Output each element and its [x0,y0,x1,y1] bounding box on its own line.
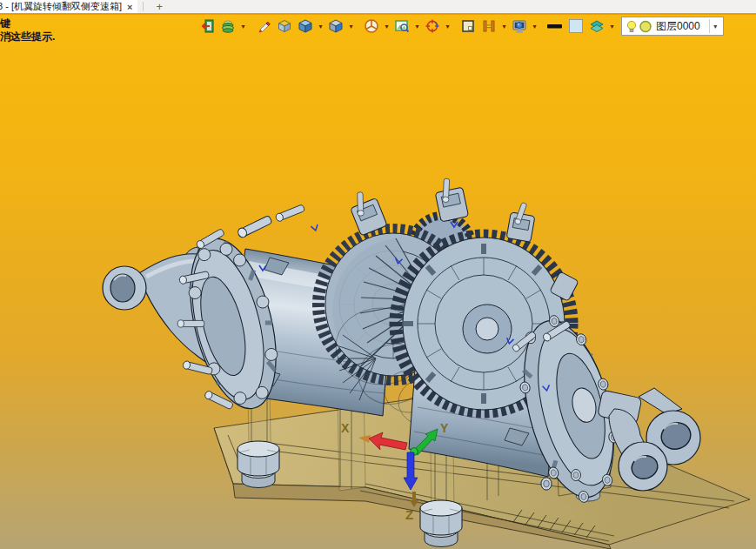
foot-bolt-left[interactable] [238,441,279,488]
document-tab[interactable]: 3 - [机翼旋转倾翻双侧变速箱] × [0,0,137,13]
document-tab-bar: 3 - [机翼旋转倾翻双侧变速箱] × + [0,0,756,15]
axis-z-label: Z [405,507,413,522]
tab-close-icon[interactable]: × [127,2,132,12]
foot-bolt-center[interactable] [420,500,462,547]
3d-model-gearbox[interactable]: X Y Z [0,15,756,549]
tab-title: 3 - [机翼旋转倾翻双侧变速箱] [0,0,122,13]
new-tab-button[interactable]: + [149,0,170,13]
3d-viewport[interactable]: 键消这些提示. ▾ ▾ ▾ [0,15,756,549]
axis-x-label: X [341,421,350,435]
axis-y-label: Y [440,421,449,435]
tab-separator [143,2,144,11]
application-window: 3 - [机翼旋转倾翻双侧变速箱] × + 键消这些提示. ▾ [0,0,756,549]
